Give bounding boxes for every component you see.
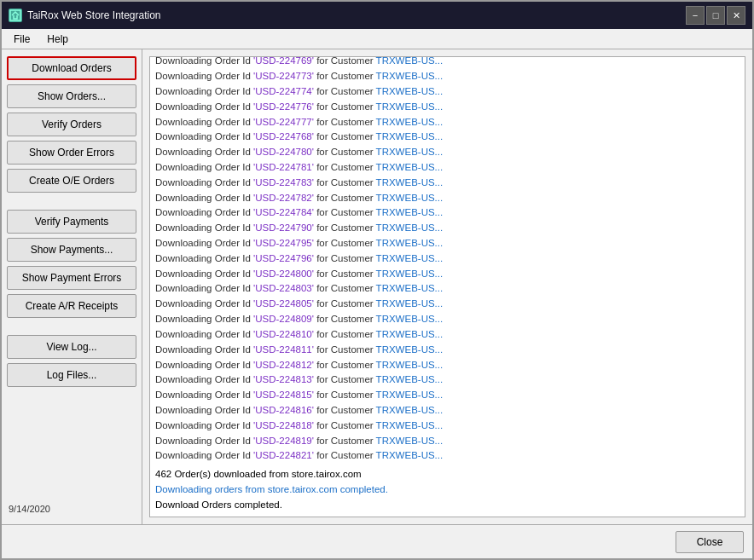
main-content: Download Orders Show Orders... Verify Or… (2, 49, 752, 524)
bottom-bar: Close (2, 524, 752, 558)
show-order-errors-button[interactable]: Show Order Errors (7, 141, 136, 165)
customer-id: TRXWEB-US... (376, 101, 444, 112)
order-id: 'USD-224819' (253, 436, 314, 446)
log-line: Downloading Order Id 'USD-224821' for Cu… (155, 448, 740, 464)
main-window: TaiRox Web Store Integration − □ ✕ File … (0, 0, 754, 560)
show-orders-button[interactable]: Show Orders... (7, 84, 136, 108)
order-id: 'USD-224769' (253, 56, 314, 66)
customer-id: TRXWEB-US... (376, 390, 444, 400)
sidebar-spacer (7, 391, 136, 496)
log-line: Downloading Order Id 'USD-224773' for Cu… (155, 69, 740, 84)
customer-id: TRXWEB-US... (376, 436, 444, 446)
customer-id: TRXWEB-US... (376, 222, 444, 233)
log-line: Downloading Order Id 'USD-224783' for Cu… (155, 176, 740, 191)
log-line: Downloading Order Id 'USD-224776' for Cu… (155, 100, 740, 115)
customer-id: TRXWEB-US... (376, 314, 444, 324)
log-line: Downloading Order Id 'USD-224774' for Cu… (155, 84, 740, 100)
customer-id: TRXWEB-US... (376, 253, 444, 263)
order-id: 'USD-224800' (253, 268, 314, 279)
create-oe-orders-button[interactable]: Create O/E Orders (7, 169, 136, 193)
order-id: 'USD-224790' (253, 222, 314, 233)
create-ar-receipts-button[interactable]: Create A/R Receipts (7, 294, 136, 318)
log-line: Downloading Order Id 'USD-224800' for Cu… (155, 267, 740, 282)
log-line: Downloading Order Id 'USD-224809' for Cu… (155, 312, 740, 327)
order-id: 'USD-224816' (253, 405, 314, 415)
log-line: Downloading Order Id 'USD-224790' for Cu… (155, 221, 740, 236)
log-area-wrapper: Downloading Order Id 'USD-224762' for Cu… (142, 49, 752, 524)
log-line: Downloading Order Id 'USD-224811' for Cu… (155, 343, 740, 358)
order-id: 'USD-224784' (253, 207, 314, 217)
close-button[interactable]: Close (676, 531, 744, 553)
order-id: 'USD-224783' (253, 177, 314, 188)
log-line: Downloading Order Id 'USD-224768' for Cu… (155, 130, 740, 145)
log-line: Downloading Order Id 'USD-224813' for Cu… (155, 372, 740, 388)
log-line: Downloading Order Id 'USD-224782' for Cu… (155, 191, 740, 206)
customer-id: TRXWEB-US... (376, 56, 444, 66)
log-line: Downloading Order Id 'USD-224812' for Cu… (155, 358, 740, 373)
order-id: 'USD-224777' (253, 117, 314, 127)
log-line: Downloading Order Id 'USD-224810' for Cu… (155, 327, 740, 343)
log-line: Downloading Order Id 'USD-224818' for Cu… (155, 419, 740, 434)
order-id: 'USD-224821' (253, 450, 314, 460)
customer-id: TRXWEB-US... (376, 374, 444, 384)
log-line: Downloading Order Id 'USD-224819' for Cu… (155, 434, 740, 449)
customer-id: TRXWEB-US... (376, 268, 444, 279)
log-summary: 462 Order(s) downloaded from store.tairo… (155, 467, 740, 482)
order-id: 'USD-224815' (253, 390, 314, 400)
log-line: Downloading Order Id 'USD-224784' for Cu… (155, 205, 740, 221)
verify-payments-button[interactable]: Verify Payments (7, 210, 136, 234)
order-id: 'USD-224780' (253, 147, 314, 157)
log-done: Download Orders completed. (155, 498, 740, 513)
order-id: 'USD-224811' (253, 344, 314, 355)
order-id: 'USD-224768' (253, 131, 314, 141)
window-title: TaiRox Web Store Integration (27, 9, 161, 21)
log-line: Downloading Order Id 'USD-224781' for Cu… (155, 160, 740, 176)
download-orders-button[interactable]: Download Orders (7, 56, 136, 80)
customer-id: TRXWEB-US... (376, 344, 444, 355)
minimize-button[interactable]: − (686, 6, 705, 25)
title-bar: TaiRox Web Store Integration − □ ✕ (2, 2, 752, 29)
order-id: 'USD-224782' (253, 193, 314, 203)
customer-id: TRXWEB-US... (376, 298, 444, 309)
log-line: Downloading Order Id 'USD-224777' for Cu… (155, 115, 740, 130)
menu-help[interactable]: Help (38, 31, 77, 48)
customer-id: TRXWEB-US... (376, 131, 444, 141)
log-line: Downloading Order Id 'USD-224805' for Cu… (155, 297, 740, 312)
menu-bar: File Help (2, 29, 752, 49)
customer-id: TRXWEB-US... (376, 86, 444, 96)
order-id: 'USD-224813' (253, 374, 314, 384)
order-id: 'USD-224795' (253, 238, 314, 248)
show-payment-errors-button[interactable]: Show Payment Errors (7, 266, 136, 290)
view-log-button[interactable]: View Log... (7, 335, 136, 359)
log-output[interactable]: Downloading Order Id 'USD-224762' for Cu… (149, 56, 745, 517)
customer-id: TRXWEB-US... (376, 360, 444, 370)
log-files-button[interactable]: Log Files... (7, 363, 136, 387)
show-payments-button[interactable]: Show Payments... (7, 238, 136, 262)
customer-id: TRXWEB-US... (376, 193, 444, 203)
log-completed: Downloading orders from store.tairox.com… (155, 482, 740, 498)
customer-id: TRXWEB-US... (376, 450, 444, 460)
sidebar: Download Orders Show Orders... Verify Or… (2, 49, 142, 524)
menu-file[interactable]: File (5, 31, 38, 48)
order-id: 'USD-224803' (253, 283, 314, 293)
maximize-button[interactable]: □ (706, 6, 725, 25)
sidebar-gap-2 (7, 322, 136, 331)
app-icon (9, 9, 22, 22)
log-line: Downloading Order Id 'USD-224780' for Cu… (155, 145, 740, 160)
sidebar-date: 9/14/2020 (7, 500, 136, 517)
customer-id: TRXWEB-US... (376, 420, 444, 430)
customer-id: TRXWEB-US... (376, 405, 444, 415)
log-line: Downloading Order Id 'USD-224816' for Cu… (155, 403, 740, 419)
order-id: 'USD-224776' (253, 101, 314, 112)
verify-orders-button[interactable]: Verify Orders (7, 113, 136, 136)
order-id: 'USD-224818' (253, 420, 314, 430)
order-id: 'USD-224810' (253, 329, 314, 339)
title-bar-left: TaiRox Web Store Integration (9, 9, 161, 22)
customer-id: TRXWEB-US... (376, 71, 444, 81)
order-id: 'USD-224812' (253, 360, 314, 370)
customer-id: TRXWEB-US... (376, 329, 444, 339)
log-line: Downloading Order Id 'USD-224815' for Cu… (155, 388, 740, 403)
log-line: Downloading Order Id 'USD-224796' for Cu… (155, 251, 740, 267)
window-close-button[interactable]: ✕ (727, 6, 745, 25)
customer-id: TRXWEB-US... (376, 238, 444, 248)
